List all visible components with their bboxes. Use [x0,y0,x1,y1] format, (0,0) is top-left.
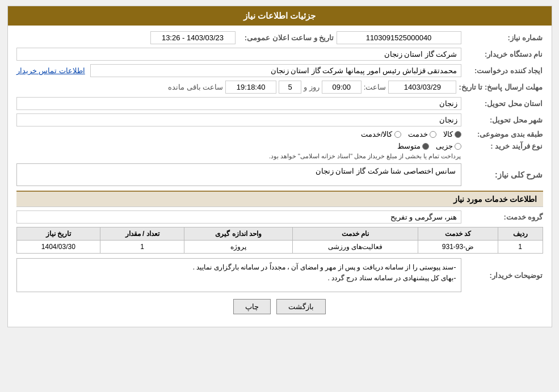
process-label: نوع فرآیند خرید : [464,142,543,150]
services-section-title: اطلاعات خدمات مورد نیاز [16,191,543,207]
remarks-line1: -سند پیوستی را از سامانه دریافت و پس از … [22,262,456,273]
service-group-label: گروه خدمت: [464,213,543,221]
kala-radio-icon [455,131,461,138]
category-kala[interactable]: کالا [443,130,461,138]
cell-qty: 1 [100,241,184,254]
city-value: زنجان [16,113,461,127]
deadline-time: 09:00 [322,81,362,94]
cell-name: فعالیت‌های ورزشی [293,241,418,254]
jozvi-label: جزیی [436,142,453,150]
province-row: استان محل تحویل: زنجان [16,97,543,110]
cell-date: 1404/03/30 [16,241,100,254]
deadline-days: 5 [279,81,301,94]
process-type-row: نوع فرآیند خرید : جزیی متوسط پرداخت تمام… [16,142,543,160]
col-unit: واحد اندازه گیری [184,227,292,241]
city-label: شهر محل تحویل: [464,116,543,124]
button-row: بازگشت چاپ [16,299,543,314]
jozvi-radio-icon [455,143,461,150]
province-value: زنجان [16,97,461,110]
buyer-org-label: نام دستگاه خریدار: [464,50,543,58]
kala-khadamat-label: کالا/خدمت [361,130,393,138]
general-desc-label: شرح کلی نیاز: [464,170,543,179]
creator-label: ایجاد کننده درخواست: [464,66,543,75]
need-number-row: شماره نیاز: 1103091525000040 تاریخ و ساع… [16,31,543,44]
deadline-remaining: 19:18:40 [225,81,276,94]
buyer-org-row: نام دستگاه خریدار: شرکت گاز استان زنجان [16,48,543,61]
table-row: 1 ض-93-931 فعالیت‌های ورزشی پروژه 1 1404… [16,241,543,254]
col-qty: تعداد / مقدار [100,227,184,241]
category-kala-khadamat[interactable]: کالا/خدمت [361,130,401,138]
deadline-row: مهلت ارسال پاسخ: تا تاریخ: 1403/03/29 سا… [16,81,543,94]
remarks-label: توضیحات خریدار: [464,271,543,280]
print-button[interactable]: چاپ [233,299,271,314]
need-number-label: شماره نیاز: [464,33,543,42]
process-radio-group: جزیی متوسط [16,142,461,150]
remarks-line2: -بهای کل پیشنهادی در سامانه ستاد درج گرد… [22,273,456,284]
process-motavaset[interactable]: متوسط [397,142,429,150]
khadamat-radio-icon [430,131,436,138]
creator-row: ایجاد کننده درخواست: محمدتقی قزلباش رئیس… [16,64,543,77]
page-title: جزئیات اطلاعات نیاز [243,11,316,20]
remarks-content: -سند پیوستی را از سامانه دریافت و پس از … [16,258,461,292]
services-table: ردیف کد خدمت نام خدمت واحد اندازه گیری ت… [16,227,543,254]
general-desc-row: شرح کلی نیاز: سانس اختصاصی شنا شرکت گاز … [16,163,543,186]
process-options-container: جزیی متوسط پرداخت تمام یا بخشی از مبلغ خ… [16,142,461,160]
general-desc-value: سانس اختصاصی شنا شرکت گاز استان زنجان [16,163,461,186]
kala-khadamat-radio-icon [394,131,401,138]
process-description: پرداخت تمام یا بخشی از مبلغ خریداز محل "… [16,153,461,160]
province-label: استان محل تحویل: [464,99,543,108]
col-name: نام خدمت [293,227,418,241]
cell-unit: پروژه [184,241,292,254]
announcement-date-label: تاریخ و ساعت اعلان عمومی: [238,33,334,42]
page-container: جزئیات اطلاعات نیاز شماره نیاز: 11030915… [7,6,552,327]
buyer-org-value: شرکت گاز استان زنجان [16,48,461,61]
deadline-days-label: روز و [304,83,320,91]
creator-contact-link[interactable]: اطلاعات تماس خریدار [16,66,85,75]
category-label: طبقه بندی موضوعی: [464,130,543,138]
process-jozvi[interactable]: جزیی [436,142,461,150]
city-row: شهر محل تحویل: زنجان [16,113,543,127]
service-group-row: گروه خدمت: هنر، سرگرمی و تفریح [16,210,543,224]
kala-label: کالا [443,130,453,138]
motavaset-label: متوسط [397,142,421,150]
khadamat-label: خدمت [408,130,428,138]
deadline-remaining-label: ساعت باقی مانده [168,83,223,91]
col-code: کد خدمت [418,227,498,241]
back-button[interactable]: بازگشت [276,299,326,314]
remarks-row: توضیحات خریدار: -سند پیوستی را از سامانه… [16,258,543,292]
need-number-value: 1103091525000040 [337,31,461,44]
content-area: شماره نیاز: 1103091525000040 تاریخ و ساع… [8,26,552,327]
motavaset-radio-icon [422,143,429,150]
col-date: تاریخ نیاز [16,227,100,241]
announcement-date-value: 1403/03/23 - 13:26 [150,31,236,44]
creator-name: محمدتقی قزلباش رئیس امور پیمانها شرکت گا… [90,64,461,77]
category-row: طبقه بندی موضوعی: کالا خدمت کالا/خدمت [16,130,543,138]
deadline-date: 1403/03/29 [388,81,456,94]
cell-code: ض-93-931 [418,241,498,254]
page-header: جزئیات اطلاعات نیاز [8,6,552,26]
category-radio-group: کالا خدمت کالا/خدمت [361,130,461,138]
deadline-time-label: ساعت: [364,83,386,91]
service-group-value: هنر، سرگرمی و تفریح [16,210,461,224]
cell-row: 1 [498,241,543,254]
category-khadamat[interactable]: خدمت [408,130,436,138]
col-row: ردیف [498,227,543,241]
deadline-label: مهلت ارسال پاسخ: تا تاریخ: [459,83,543,91]
